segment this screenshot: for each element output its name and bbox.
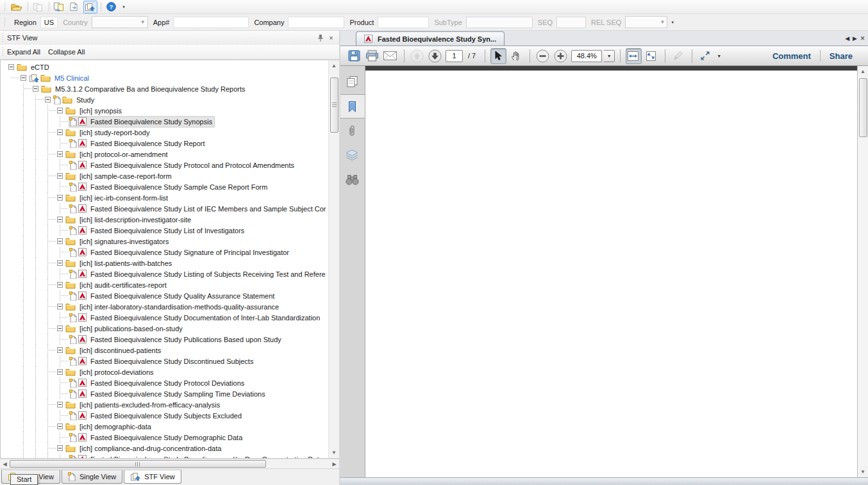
tree-item-document[interactable]: Fasted Bioequivalence Study Subjects Exc… [1, 410, 328, 421]
layers-button[interactable] [340, 143, 365, 167]
previous-page-button[interactable] [410, 48, 426, 64]
tree-item-folder[interactable]: [ich] iec-irb-consent-form-list [1, 192, 328, 203]
close-document-icon[interactable]: × [860, 34, 865, 43]
stf-view-toggle-button[interactable] [83, 1, 97, 13]
tree-item-folder[interactable]: eCTD [1, 62, 328, 72]
tree-collapse-icon[interactable] [57, 108, 63, 113]
zoom-dropdown-button[interactable]: ▼ [604, 50, 615, 62]
pdf-vertical-scrollbar[interactable]: ▲ ▼ [857, 66, 868, 477]
scroll-up-icon[interactable]: ▲ [329, 60, 340, 71]
fullscreen-button[interactable] [697, 48, 714, 64]
tree-item-document[interactable]: Fasted Bioequivalence Study Synopsis [1, 116, 328, 127]
help-button[interactable]: ? [104, 1, 119, 13]
hand-tool-button[interactable] [508, 48, 524, 64]
tree-collapse-icon[interactable] [57, 423, 63, 429]
tree-item-document[interactable]: Fasted Bioequivalence Study Documentatio… [1, 312, 328, 323]
scroll-left-icon[interactable]: ◀ [0, 459, 10, 469]
tree-item-document[interactable]: Fasted Bioequivalence Study Compliance a… [1, 454, 328, 458]
copy-button[interactable] [31, 1, 46, 13]
tree-collapse-icon[interactable] [57, 129, 63, 135]
tree-item-document[interactable]: Fasted Bioequivalence Study List of IEC … [1, 203, 328, 214]
select-tool-button[interactable] [490, 48, 506, 64]
open-folder-button[interactable] [10, 1, 24, 13]
tree-item-folder[interactable]: [ich] protocol-deviations [1, 366, 328, 377]
tree-horizontal-scrollbar[interactable]: ◀ ▶ [0, 459, 339, 468]
tools-dropdown-icon[interactable]: ▼ [717, 54, 721, 58]
bookmarks-button[interactable] [340, 94, 365, 119]
tree-collapse-icon[interactable] [57, 445, 63, 451]
tree-item-document[interactable]: Fasted Bioequivalence Study Signature of… [1, 247, 328, 258]
import-submission-button[interactable] [53, 1, 67, 13]
tree-collapse-icon[interactable] [57, 173, 63, 179]
pdf-page[interactable] [365, 70, 857, 477]
tree-item-folder[interactable]: [ich] discontinued-patients [1, 345, 328, 356]
scrollbar-thumb[interactable] [859, 78, 867, 137]
tree-item-folder[interactable]: [ich] inter-laboratory-standardisation-m… [1, 301, 328, 312]
tree-collapse-icon[interactable] [21, 75, 26, 81]
pdf-document-area[interactable] [365, 66, 857, 477]
tree-item-document[interactable]: Fasted Bioequivalence Study Quality Assu… [1, 290, 328, 301]
rel-seq-select[interactable]: ▼ [625, 16, 667, 28]
export-submission-button[interactable] [68, 1, 82, 13]
sign-button[interactable] [671, 48, 687, 64]
tree-collapse-icon[interactable] [57, 369, 63, 375]
tree-item-document[interactable]: Fasted Bioequivalence Study Protocol and… [1, 160, 328, 170]
app-number-input[interactable] [173, 17, 249, 28]
company-input[interactable] [288, 17, 344, 28]
zoom-in-button[interactable] [553, 48, 569, 64]
country-select[interactable]: ▼ [92, 16, 148, 28]
tree-item-document[interactable]: Fasted Bioequivalence Study Sampling Tim… [1, 388, 328, 399]
tree-item-folder[interactable]: [ich] sample-case-report-form [1, 170, 328, 181]
tree-item-folder[interactable]: [ich] list-description-investigator-site [1, 214, 328, 225]
tree-collapse-icon[interactable] [57, 304, 63, 309]
save-button[interactable] [347, 48, 363, 64]
tree-collapse-icon[interactable] [57, 151, 63, 157]
tree-item-folder[interactable]: [ich] synopsis [1, 105, 328, 116]
close-panel-icon[interactable]: × [326, 33, 337, 43]
fit-page-button[interactable] [644, 48, 660, 64]
seq-input[interactable] [556, 17, 586, 28]
share-button[interactable]: Share [830, 51, 853, 61]
tab-scroll-right-icon[interactable]: ▶ [853, 35, 857, 42]
tree-collapse-icon[interactable] [57, 238, 63, 244]
expand-all-button[interactable]: Expand All [7, 48, 40, 56]
email-button[interactable] [383, 48, 399, 64]
tree-collapse-icon[interactable] [57, 282, 63, 288]
zoom-out-button[interactable] [535, 48, 551, 64]
tree-vertical-scrollbar[interactable]: ▲ ▼ [328, 60, 339, 458]
tree-item-folder[interactable]: [ich] protocol-or-amendment [1, 149, 328, 160]
filter-overflow-button[interactable]: ▾ [669, 16, 676, 29]
collapse-all-button[interactable]: Collapse All [48, 48, 85, 56]
tree-item-document[interactable]: Fasted Bioequivalence Study Protocol Dev… [1, 377, 328, 388]
product-input[interactable] [378, 17, 429, 28]
tree-collapse-icon[interactable] [57, 347, 63, 353]
comment-button[interactable]: Comment [772, 51, 811, 61]
pin-icon[interactable] [315, 33, 326, 43]
tree-collapse-icon[interactable] [8, 64, 14, 70]
scroll-right-icon[interactable]: ▶ [330, 459, 339, 469]
tree-item-folder[interactable]: [ich] compliance-and-drug-concentration-… [1, 443, 328, 454]
tree-collapse-icon[interactable] [45, 97, 51, 103]
zoom-level-input[interactable]: 48.4% [571, 50, 602, 62]
tree-item-folder[interactable]: [ich] audit-certificates-report [1, 279, 328, 290]
search-button[interactable] [340, 167, 365, 192]
tree-collapse-icon[interactable] [57, 402, 63, 407]
tree-item-document[interactable]: Fasted Bioequivalence Study Publications… [1, 334, 328, 345]
tree-collapse-icon[interactable] [57, 217, 63, 222]
page-number-input[interactable]: 1 [446, 50, 463, 62]
toolbar-overflow-button[interactable]: ▾ [120, 1, 128, 13]
scroll-down-icon[interactable]: ▼ [858, 466, 868, 477]
tree-item-document[interactable]: Fasted Bioequivalence Study Demographic … [1, 432, 328, 443]
fit-width-button[interactable] [626, 48, 642, 64]
scrollbar-thumb[interactable] [330, 78, 338, 133]
attachments-button[interactable] [340, 119, 365, 143]
tree-item-document[interactable]: Fasted Bioequivalence Study Sample Case … [1, 181, 328, 192]
scroll-down-icon[interactable]: ▼ [329, 447, 340, 458]
tree-item-folder[interactable]: [ich] study-report-body [1, 127, 328, 138]
tree-item-folder[interactable]: [ich] list-patients-with-batches [1, 258, 328, 268]
tree-item-document[interactable]: Fasted Bioequivalence Study Report [1, 138, 328, 149]
next-page-button[interactable] [428, 48, 444, 64]
tree-item-document[interactable]: Fasted Bioequivalence Study List of Inve… [1, 225, 328, 236]
tree-item-folder[interactable]: [ich] demographic-data [1, 421, 328, 432]
print-button[interactable] [365, 48, 381, 64]
